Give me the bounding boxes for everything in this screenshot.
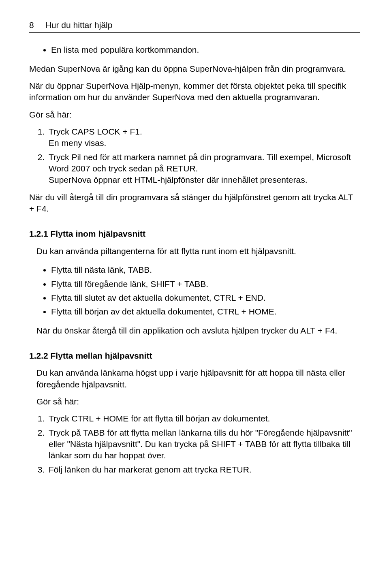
paragraph: Du kan använda länkarna högst upp i varj…	[36, 367, 360, 390]
step-text: SuperNova öppnar ett HTML-hjälpfönster d…	[49, 175, 308, 184]
list-item: Tryck Pil ned för att markera namnet på …	[47, 152, 360, 186]
do-this-label: Gör så här:	[36, 396, 360, 407]
list-item: Följ länken du har markerat genom att tr…	[47, 464, 360, 475]
list-item: Tryck CAPS LOCK + F1. En meny visas.	[47, 126, 360, 149]
list-item: Flytta till början av det aktuella dokum…	[51, 306, 360, 317]
paragraph: Medan SuperNova är igång kan du öppna Su…	[29, 63, 360, 75]
page-title: Hur du hittar hjälp	[45, 19, 113, 31]
bullet-list-121: Flytta till nästa länk, TABB. Flytta til…	[36, 264, 360, 317]
list-item: Tryck på TABB för att flytta mellan länk…	[47, 427, 360, 462]
section-heading-121: 1.2.1 Flytta inom hjälpavsnitt	[29, 228, 360, 239]
step-text: Tryck Pil ned för att markera namnet på …	[49, 152, 351, 173]
list-item: En lista med populära kortkommandon.	[51, 44, 360, 56]
steps-list-122: Tryck CTRL + HOME för att flytta till bö…	[36, 413, 360, 475]
paragraph: När du öppnar SuperNova Hjälp-menyn, kom…	[29, 80, 360, 103]
step-text: Tryck CAPS LOCK + F1.	[49, 127, 142, 136]
page-number: 8	[29, 19, 34, 31]
paragraph: När du önskar återgå till din applikatio…	[36, 325, 360, 336]
list-item: Flytta till nästa länk, TABB.	[51, 264, 360, 276]
step-text: En meny visas.	[49, 138, 106, 148]
page-header: 8 Hur du hittar hjälp	[29, 19, 360, 33]
list-item: Flytta till föregående länk, SHIFT + TAB…	[51, 278, 360, 290]
paragraph: När du vill återgå till din programvara …	[29, 192, 360, 215]
steps-list-1: Tryck CAPS LOCK + F1. En meny visas. Try…	[29, 126, 360, 186]
do-this-label: Gör så här:	[29, 109, 360, 120]
paragraph: Du kan använda piltangenterna för att fl…	[36, 246, 360, 257]
section-heading-122: 1.2.2 Flytta mellan hjälpavsnitt	[29, 350, 360, 361]
list-item: Tryck CTRL + HOME för att flytta till bö…	[47, 413, 360, 424]
intro-bullet-list: En lista med populära kortkommandon.	[29, 44, 360, 56]
list-item: Flytta till slutet av det aktuella dokum…	[51, 292, 360, 304]
